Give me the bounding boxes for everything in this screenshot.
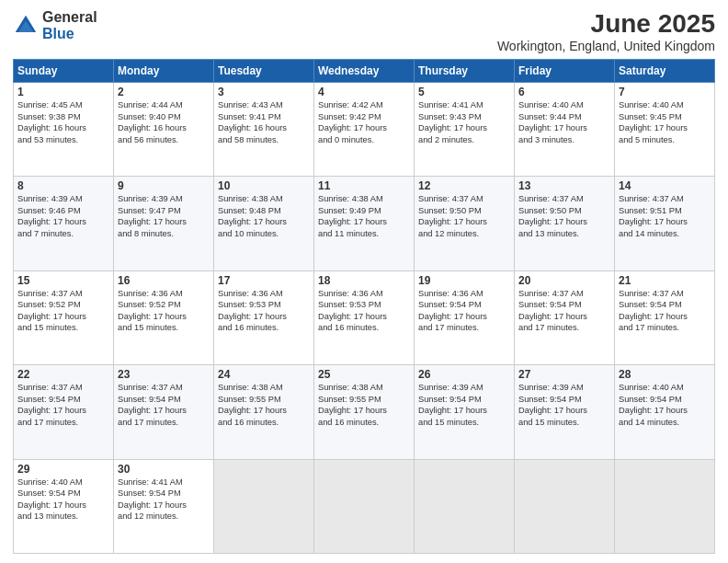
day-info: Sunrise: 4:38 AM Sunset: 9:48 PM Dayligh… [218, 193, 310, 239]
day-info: Sunrise: 4:42 AM Sunset: 9:42 PM Dayligh… [318, 99, 410, 145]
page: General Blue June 2025 Workington, Engla… [0, 0, 728, 563]
weekday-header-monday: Monday [114, 60, 214, 83]
calendar-row-3: 22Sunrise: 4:37 AM Sunset: 9:54 PM Dayli… [14, 365, 715, 459]
day-info: Sunrise: 4:36 AM Sunset: 9:52 PM Dayligh… [118, 288, 210, 334]
day-number: 9 [118, 179, 210, 192]
calendar-cell: 21Sunrise: 4:37 AM Sunset: 9:54 PM Dayli… [615, 270, 715, 364]
day-number: 22 [17, 368, 109, 381]
day-number: 20 [518, 274, 610, 287]
weekday-header-saturday: Saturday [615, 60, 715, 83]
calendar-cell: 24Sunrise: 4:38 AM Sunset: 9:55 PM Dayli… [214, 365, 314, 459]
calendar-cell: 4Sunrise: 4:42 AM Sunset: 9:42 PM Daylig… [314, 83, 415, 177]
calendar-cell: 20Sunrise: 4:37 AM Sunset: 9:54 PM Dayli… [515, 270, 615, 364]
month-title: June 2025 [497, 9, 715, 39]
calendar-row-0: 1Sunrise: 4:45 AM Sunset: 9:38 PM Daylig… [14, 83, 715, 177]
calendar-cell: 27Sunrise: 4:39 AM Sunset: 9:54 PM Dayli… [515, 365, 615, 459]
day-number: 21 [619, 274, 711, 287]
calendar-row-1: 8Sunrise: 4:39 AM Sunset: 9:46 PM Daylig… [14, 177, 715, 270]
day-number: 23 [118, 368, 210, 381]
day-info: Sunrise: 4:37 AM Sunset: 9:50 PM Dayligh… [418, 193, 510, 239]
logo-text: General Blue [42, 9, 97, 41]
day-info: Sunrise: 4:40 AM Sunset: 9:54 PM Dayligh… [619, 382, 711, 428]
day-number: 4 [318, 86, 410, 98]
day-info: Sunrise: 4:36 AM Sunset: 9:53 PM Dayligh… [318, 288, 410, 334]
day-number: 27 [518, 368, 610, 381]
calendar-cell: 19Sunrise: 4:36 AM Sunset: 9:54 PM Dayli… [415, 270, 515, 364]
calendar-cell: 25Sunrise: 4:38 AM Sunset: 9:55 PM Dayli… [314, 365, 415, 459]
calendar-cell: 15Sunrise: 4:37 AM Sunset: 9:52 PM Dayli… [14, 270, 114, 364]
calendar-cell [615, 459, 715, 553]
calendar-cell: 23Sunrise: 4:37 AM Sunset: 9:54 PM Dayli… [114, 365, 214, 459]
calendar-cell: 3Sunrise: 4:43 AM Sunset: 9:41 PM Daylig… [214, 83, 314, 177]
day-number: 8 [17, 179, 109, 192]
calendar-cell: 2Sunrise: 4:44 AM Sunset: 9:40 PM Daylig… [114, 83, 214, 177]
weekday-header-sunday: Sunday [14, 60, 114, 83]
day-number: 14 [619, 179, 711, 192]
day-number: 15 [17, 274, 109, 287]
day-info: Sunrise: 4:37 AM Sunset: 9:54 PM Dayligh… [619, 288, 711, 334]
calendar-cell [515, 459, 615, 553]
day-info: Sunrise: 4:38 AM Sunset: 9:55 PM Dayligh… [318, 382, 410, 428]
calendar-row-2: 15Sunrise: 4:37 AM Sunset: 9:52 PM Dayli… [14, 270, 715, 364]
calendar-cell: 18Sunrise: 4:36 AM Sunset: 9:53 PM Dayli… [314, 270, 415, 364]
logo-blue: Blue [42, 26, 97, 42]
day-info: Sunrise: 4:39 AM Sunset: 9:54 PM Dayligh… [518, 382, 610, 428]
calendar-cell: 9Sunrise: 4:39 AM Sunset: 9:47 PM Daylig… [114, 177, 214, 270]
day-number: 26 [418, 368, 510, 381]
calendar-cell: 10Sunrise: 4:38 AM Sunset: 9:48 PM Dayli… [214, 177, 314, 270]
calendar-cell: 6Sunrise: 4:40 AM Sunset: 9:44 PM Daylig… [515, 83, 615, 177]
calendar-cell: 14Sunrise: 4:37 AM Sunset: 9:51 PM Dayli… [615, 177, 715, 270]
calendar-cell: 22Sunrise: 4:37 AM Sunset: 9:54 PM Dayli… [14, 365, 114, 459]
day-number: 24 [218, 368, 310, 381]
day-info: Sunrise: 4:44 AM Sunset: 9:40 PM Dayligh… [118, 99, 210, 145]
day-number: 30 [118, 463, 210, 476]
title-block: June 2025 Workington, England, United Ki… [497, 9, 715, 53]
calendar-cell: 8Sunrise: 4:39 AM Sunset: 9:46 PM Daylig… [14, 177, 114, 270]
day-info: Sunrise: 4:36 AM Sunset: 9:53 PM Dayligh… [218, 288, 310, 334]
day-number: 10 [218, 179, 310, 192]
day-number: 1 [17, 86, 109, 98]
day-info: Sunrise: 4:39 AM Sunset: 9:47 PM Dayligh… [118, 193, 210, 239]
day-number: 5 [418, 86, 510, 98]
day-info: Sunrise: 4:40 AM Sunset: 9:45 PM Dayligh… [619, 99, 711, 145]
day-info: Sunrise: 4:39 AM Sunset: 9:46 PM Dayligh… [17, 193, 109, 239]
calendar-cell: 16Sunrise: 4:36 AM Sunset: 9:52 PM Dayli… [114, 270, 214, 364]
day-number: 17 [218, 274, 310, 287]
calendar-cell: 5Sunrise: 4:41 AM Sunset: 9:43 PM Daylig… [415, 83, 515, 177]
weekday-header-friday: Friday [515, 60, 615, 83]
calendar-cell: 28Sunrise: 4:40 AM Sunset: 9:54 PM Dayli… [615, 365, 715, 459]
logo-general: General [42, 9, 97, 26]
location-title: Workington, England, United Kingdom [497, 39, 715, 53]
day-info: Sunrise: 4:36 AM Sunset: 9:54 PM Dayligh… [418, 288, 510, 334]
day-info: Sunrise: 4:37 AM Sunset: 9:54 PM Dayligh… [118, 382, 210, 428]
logo-icon [13, 13, 39, 39]
calendar-cell: 26Sunrise: 4:39 AM Sunset: 9:54 PM Dayli… [415, 365, 515, 459]
calendar-cell: 17Sunrise: 4:36 AM Sunset: 9:53 PM Dayli… [214, 270, 314, 364]
day-number: 13 [518, 179, 610, 192]
calendar-cell: 11Sunrise: 4:38 AM Sunset: 9:49 PM Dayli… [314, 177, 415, 270]
calendar-cell [314, 459, 415, 553]
day-info: Sunrise: 4:40 AM Sunset: 9:44 PM Dayligh… [518, 99, 610, 145]
calendar-cell [415, 459, 515, 553]
day-info: Sunrise: 4:37 AM Sunset: 9:52 PM Dayligh… [17, 288, 109, 334]
day-number: 25 [318, 368, 410, 381]
weekday-header-thursday: Thursday [415, 60, 515, 83]
day-info: Sunrise: 4:41 AM Sunset: 9:43 PM Dayligh… [418, 99, 510, 145]
day-number: 3 [218, 86, 310, 98]
day-number: 18 [318, 274, 410, 287]
calendar-row-4: 29Sunrise: 4:40 AM Sunset: 9:54 PM Dayli… [14, 459, 715, 553]
day-info: Sunrise: 4:38 AM Sunset: 9:55 PM Dayligh… [218, 382, 310, 428]
day-info: Sunrise: 4:37 AM Sunset: 9:54 PM Dayligh… [17, 382, 109, 428]
weekday-header-row: SundayMondayTuesdayWednesdayThursdayFrid… [14, 60, 715, 83]
day-info: Sunrise: 4:38 AM Sunset: 9:49 PM Dayligh… [318, 193, 410, 239]
calendar-cell: 13Sunrise: 4:37 AM Sunset: 9:50 PM Dayli… [515, 177, 615, 270]
day-info: Sunrise: 4:43 AM Sunset: 9:41 PM Dayligh… [218, 99, 310, 145]
header: General Blue June 2025 Workington, Engla… [13, 9, 715, 53]
calendar-cell: 29Sunrise: 4:40 AM Sunset: 9:54 PM Dayli… [14, 459, 114, 553]
day-number: 6 [518, 86, 610, 98]
day-info: Sunrise: 4:37 AM Sunset: 9:51 PM Dayligh… [619, 193, 711, 239]
day-number: 11 [318, 179, 410, 192]
day-info: Sunrise: 4:37 AM Sunset: 9:50 PM Dayligh… [518, 193, 610, 239]
day-number: 16 [118, 274, 210, 287]
day-info: Sunrise: 4:39 AM Sunset: 9:54 PM Dayligh… [418, 382, 510, 428]
